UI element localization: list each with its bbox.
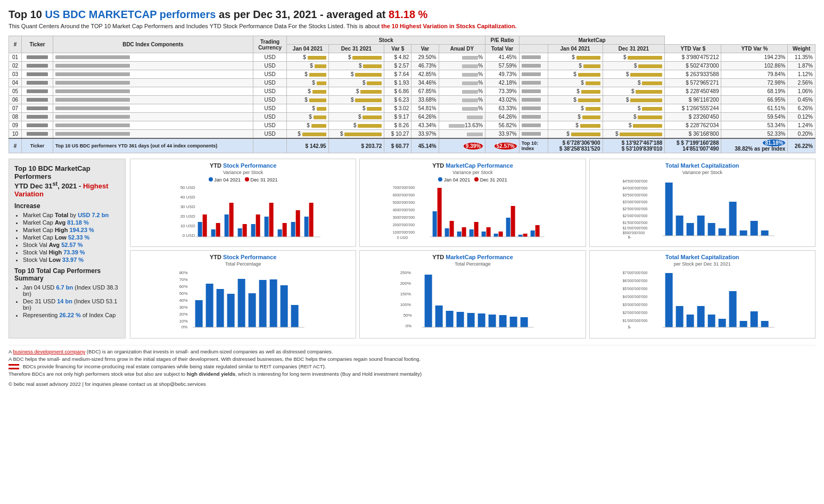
svg-text:$7'000'000'000: $7'000'000'000 — [622, 271, 647, 275]
svg-text:20 USD: 20 USD — [180, 214, 195, 219]
svg-rect-13 — [243, 224, 247, 237]
svg-rect-6 — [198, 222, 202, 237]
svg-text:10 USD: 10 USD — [180, 224, 195, 228]
svg-text:150%: 150% — [400, 292, 411, 296]
svg-rect-34 — [438, 188, 442, 237]
svg-rect-85 — [227, 294, 235, 327]
svg-rect-14 — [251, 224, 256, 237]
col-vars: Var $ — [384, 45, 411, 53]
svg-rect-11 — [229, 203, 234, 237]
svg-text:5000'000'000: 5000'000'000 — [393, 201, 415, 204]
svg-rect-21 — [296, 210, 300, 237]
svg-text:$1'000'000'000: $1'000'000'000 — [622, 226, 647, 230]
svg-rect-84 — [217, 289, 224, 327]
col-num: # — [9, 36, 22, 53]
svg-rect-41 — [482, 232, 486, 237]
svg-text:0 USD: 0 USD — [397, 236, 408, 239]
col-jan04: Jan 04 2021 — [287, 45, 328, 53]
svg-text:$-: $- — [628, 325, 631, 329]
col-group-stock: Stock — [287, 36, 485, 45]
chart-mc-total-pct-svg: 250% 200% 150% 100% 50% 0% — [363, 269, 582, 330]
svg-rect-50 — [535, 225, 540, 237]
footer: A business development company (BDC) is … — [9, 345, 815, 387]
svg-text:$-: $- — [628, 235, 631, 239]
col-ytd-varpct: YTD Var % — [721, 45, 788, 53]
svg-rect-71 — [761, 230, 768, 236]
svg-rect-122 — [707, 315, 715, 327]
col-totalvar: Total Var — [485, 45, 519, 53]
svg-text:$1'000'000'000: $1'000'000'000 — [622, 319, 647, 323]
svg-rect-67 — [718, 228, 726, 236]
footer-line4: Therefore BDCs are not only high perform… — [9, 371, 815, 377]
svg-rect-127 — [761, 321, 768, 327]
title-suffix: as per Dec 31, 2021 - averaged at — [216, 9, 389, 20]
svg-rect-8 — [211, 229, 216, 237]
col-bdc: BDC Index Components — [53, 36, 253, 53]
col-ytd-vars: YTD Var $ — [665, 45, 721, 53]
col-group-pe: P/E Ratio — [485, 36, 519, 45]
svg-rect-102 — [457, 312, 464, 327]
svg-rect-15 — [256, 214, 260, 237]
svg-text:$2'000'000'000: $2'000'000'000 — [622, 214, 647, 218]
svg-text:50%: 50% — [403, 313, 412, 318]
svg-text:$4'000'000'000: $4'000'000'000 — [622, 295, 647, 299]
svg-rect-62 — [665, 183, 672, 236]
svg-text:0%: 0% — [406, 324, 412, 328]
svg-rect-20 — [291, 222, 295, 237]
svg-text:$4'500'000'000: $4'500'000'000 — [622, 179, 647, 183]
svg-rect-104 — [478, 313, 485, 327]
svg-text:$500'000'000: $500'000'000 — [622, 231, 645, 235]
svg-rect-68 — [729, 202, 736, 236]
svg-text:7000'000'000: 7000'000'000 — [393, 186, 415, 189]
table-row: 06 USD $ $ $ 6.23 33.68% % 43.02% $ $ $ … — [9, 96, 815, 104]
svg-rect-19 — [283, 223, 287, 237]
table-row: 08 USD $ $ $ 9.17 64.26% 64.26% $ $ $ 23… — [9, 113, 815, 121]
svg-rect-107 — [510, 317, 517, 327]
col-var: Var — [411, 45, 439, 53]
subtitle: This Quant Centers Around the TOP 10 Mar… — [9, 23, 815, 29]
svg-rect-10 — [225, 214, 229, 237]
svg-rect-48 — [523, 234, 528, 237]
chart-total-mc-dec31: Total Market Capitalization per Stock pe… — [589, 250, 815, 338]
svg-text:4000'000'000: 4000'000'000 — [393, 208, 415, 212]
svg-text:0 USD: 0 USD — [183, 233, 195, 238]
svg-rect-35 — [445, 228, 449, 237]
footer-line1: A business development company (BDC) is … — [9, 349, 815, 354]
svg-rect-63 — [675, 216, 683, 236]
table-row: 03 USD $ $ $ 7.64 42.85% % 49.73% $ $ $ … — [9, 70, 815, 79]
svg-text:$1'500'000'000: $1'500'000'000 — [622, 221, 647, 225]
table-row: 09 USD $ $ $ 8.26 43.34% 13.63% 56.82% $… — [9, 121, 815, 130]
svg-rect-106 — [499, 315, 507, 327]
svg-rect-105 — [489, 315, 496, 327]
charts-area: YTD Stock Performance Variance per Stock… — [130, 159, 815, 338]
svg-rect-90 — [281, 285, 288, 327]
svg-text:$4'000'000'000: $4'000'000'000 — [622, 186, 647, 190]
col-ticker: Ticker — [22, 36, 53, 53]
svg-text:30 USD: 30 USD — [180, 204, 195, 209]
svg-rect-49 — [531, 230, 535, 237]
svg-text:6000'000'000: 6000'000'000 — [393, 193, 415, 197]
total-row: # Ticker Top 10 US BDC performers YTD 36… — [9, 138, 815, 153]
svg-rect-87 — [249, 293, 256, 327]
svg-rect-66 — [707, 223, 715, 236]
svg-rect-83 — [206, 284, 213, 327]
svg-text:100%: 100% — [400, 302, 411, 307]
svg-text:2000'000'000: 2000'000'000 — [393, 223, 415, 227]
chart-stock-variance-svg: 50 USD 40 USD 30 USD 20 USD 10 USD 0 USD — [134, 184, 352, 242]
table-row: 02 USD $ $ $ 2.57 46.73% % 57.59% $ $ $ … — [9, 62, 815, 70]
title-highlight: US BDC MARKETCAP performers — [45, 9, 216, 20]
svg-text:60%: 60% — [179, 284, 188, 289]
svg-text:3000'000'000: 3000'000'000 — [393, 216, 415, 219]
col-weight: Weight — [788, 45, 815, 53]
svg-text:70%: 70% — [179, 277, 188, 282]
svg-rect-7 — [203, 214, 207, 237]
svg-rect-65 — [697, 216, 704, 236]
svg-rect-88 — [259, 280, 267, 327]
svg-text:30%: 30% — [179, 305, 188, 310]
svg-rect-17 — [269, 203, 274, 237]
svg-rect-100 — [435, 305, 443, 327]
footer-line3: BDCs provide financing for income-produc… — [9, 363, 815, 369]
svg-text:20%: 20% — [179, 312, 188, 317]
svg-rect-70 — [750, 221, 757, 236]
svg-rect-119 — [675, 306, 683, 327]
